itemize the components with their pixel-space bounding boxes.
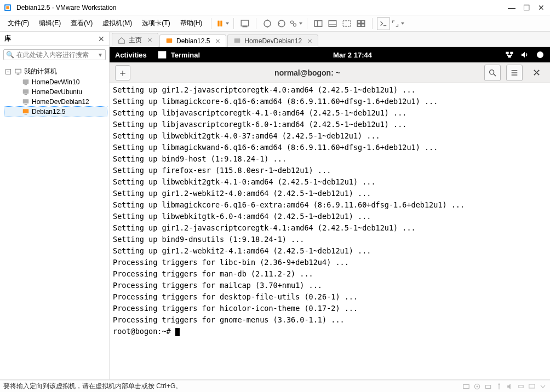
tree-item[interactable]: Debian12.5 bbox=[4, 107, 107, 117]
view-single-button[interactable] bbox=[312, 17, 325, 30]
svg-point-44 bbox=[490, 70, 494, 74]
tab-home[interactable]: 主页 ✕ bbox=[112, 33, 158, 47]
menu-bar: 文件(F) 编辑(E) 查看(V) 虚拟机(M) 选项卡(T) 帮助(H) bbox=[0, 15, 550, 32]
terminal-close-button[interactable]: ✕ bbox=[528, 65, 545, 81]
svg-rect-15 bbox=[343, 20, 351, 26]
svg-rect-13 bbox=[329, 20, 337, 26]
snapshot-revert-button[interactable] bbox=[275, 17, 288, 30]
view-multi-button[interactable] bbox=[326, 17, 339, 30]
tab-close-icon[interactable]: ✕ bbox=[307, 38, 312, 45]
activities-button[interactable]: Activities bbox=[115, 51, 147, 59]
tree-item[interactable]: HomeDevWin10 bbox=[4, 77, 107, 87]
svg-rect-2 bbox=[6, 6, 9, 9]
snapshot-manage-button[interactable] bbox=[289, 17, 302, 30]
terminal-line: Processing triggers for hicolor-icon-the… bbox=[113, 303, 547, 314]
svg-rect-55 bbox=[519, 385, 523, 388]
fullscreen-button[interactable] bbox=[391, 17, 404, 30]
cd-icon bbox=[473, 383, 481, 390]
status-bar: 要将输入定向到该虚拟机，请在虚拟机内部单击或按 Ctrl+G。 bbox=[0, 380, 550, 392]
menu-vm[interactable]: 虚拟机(M) bbox=[98, 17, 136, 30]
library-close-icon[interactable]: ✕ bbox=[98, 34, 105, 43]
more-icon bbox=[539, 383, 547, 390]
menu-edit[interactable]: 编辑(E) bbox=[35, 17, 65, 30]
vm-icon bbox=[22, 88, 30, 96]
svg-rect-24 bbox=[23, 79, 29, 84]
active-app[interactable]: Terminal bbox=[158, 50, 200, 59]
menu-tabs[interactable]: 选项卡(T) bbox=[138, 17, 174, 30]
tab-close-icon[interactable]: ✕ bbox=[215, 38, 220, 45]
svg-rect-18 bbox=[358, 24, 361, 26]
tab-vm[interactable]: HomeDevDebian12✕ bbox=[227, 34, 318, 47]
library-tree: − 我的计算机 HomeDevWin10HomeDevUbuntuHomeDev… bbox=[0, 64, 109, 119]
library-search-input[interactable] bbox=[16, 51, 99, 59]
tree-item[interactable]: HomeDevUbuntu bbox=[4, 87, 107, 97]
gnome-top-bar: Activities Terminal Mar 2 17:44 bbox=[110, 47, 550, 62]
device-tray[interactable] bbox=[462, 383, 547, 390]
terminal-line: Processing triggers for desktop-file-uti… bbox=[113, 291, 547, 303]
terminal-title: normal@bogon: ~ bbox=[136, 68, 479, 77]
svg-rect-26 bbox=[23, 89, 29, 94]
terminal-line: Processing triggers for man-db (2.11.2-2… bbox=[113, 268, 547, 280]
vm-icon bbox=[22, 108, 30, 116]
terminal-cursor bbox=[175, 328, 180, 336]
svg-point-54 bbox=[499, 383, 500, 384]
svg-rect-49 bbox=[463, 384, 469, 388]
minimize-button[interactable]: — bbox=[508, 3, 515, 12]
tab-vm[interactable]: Debian12.5✕ bbox=[159, 34, 226, 47]
library-title: 库 bbox=[4, 34, 11, 43]
tree-item-label: HomeDevWin10 bbox=[32, 78, 79, 86]
vm-icon bbox=[22, 78, 30, 86]
thumbnail-button[interactable] bbox=[354, 17, 368, 30]
terminal-search-button[interactable] bbox=[484, 65, 501, 81]
tree-item-label: Debian12.5 bbox=[32, 108, 65, 116]
search-icon: 🔍 bbox=[6, 51, 14, 59]
tree-root[interactable]: − 我的计算机 bbox=[4, 66, 107, 77]
svg-rect-3 bbox=[218, 21, 220, 26]
terminal-line: Processing triggers for gnome-menus (3.3… bbox=[113, 314, 547, 326]
terminal-line: Setting up firefox-esr (115.8.0esr-1~deb… bbox=[113, 165, 547, 176]
collapse-icon[interactable]: − bbox=[5, 69, 11, 74]
terminal-icon bbox=[158, 50, 167, 59]
tree-item-label: HomeDevUbuntu bbox=[32, 88, 82, 96]
terminal-line: Setting up libmagickcore-6.q16-6:amd64 (… bbox=[113, 96, 547, 107]
terminal-menu-button[interactable] bbox=[506, 65, 523, 81]
usb-icon bbox=[495, 383, 503, 390]
close-button[interactable]: ✕ bbox=[538, 3, 545, 12]
printer-icon bbox=[517, 383, 525, 390]
maximize-button[interactable]: ☐ bbox=[523, 3, 530, 12]
svg-rect-28 bbox=[23, 99, 29, 103]
svg-line-45 bbox=[494, 74, 496, 76]
dropdown-icon[interactable]: ▾ bbox=[99, 51, 102, 59]
snapshot-button[interactable] bbox=[238, 17, 251, 30]
terminal-line: Setting up libjavascriptcoregtk-4.1-0:am… bbox=[113, 107, 547, 119]
console-button[interactable] bbox=[377, 17, 390, 30]
nic-icon bbox=[484, 383, 492, 390]
svg-rect-5 bbox=[242, 20, 249, 26]
title-bar: Debian12.5 - VMware Workstation — ☐ ✕ bbox=[0, 0, 550, 15]
tab-close-icon[interactable]: ✕ bbox=[147, 37, 152, 44]
svg-rect-52 bbox=[485, 385, 490, 388]
svg-point-9 bbox=[291, 21, 294, 24]
terminal-output[interactable]: Setting up gir1.2-javascriptcoregtk-4.0:… bbox=[110, 83, 550, 379]
clock[interactable]: Mar 2 17:44 bbox=[200, 51, 505, 59]
home-icon bbox=[118, 37, 125, 44]
tree-item-label: HomeDevDebian12 bbox=[32, 98, 89, 106]
suspend-button[interactable] bbox=[216, 17, 229, 30]
library-search[interactable]: 🔍 ▾ bbox=[3, 49, 106, 60]
svg-rect-16 bbox=[358, 20, 361, 23]
terminal-line: Setting up libmagickwand-6.q16-6:amd64 (… bbox=[113, 142, 547, 153]
terminal-header-bar: ＋ normal@bogon: ~ ✕ bbox=[110, 62, 550, 83]
svg-rect-56 bbox=[529, 384, 535, 388]
menu-file[interactable]: 文件(F) bbox=[3, 17, 33, 30]
menu-help[interactable]: 帮助(H) bbox=[176, 17, 207, 30]
snapshot-take-button[interactable] bbox=[261, 17, 274, 30]
system-tray[interactable] bbox=[505, 50, 545, 59]
unity-button[interactable] bbox=[340, 17, 353, 30]
terminal-line: Setting up libwebkit2gtk-4.0-37:amd64 (2… bbox=[113, 130, 547, 142]
svg-rect-6 bbox=[243, 26, 248, 27]
tree-item[interactable]: HomeDevDebian12 bbox=[4, 97, 107, 107]
terminal-line: Processing triggers for mailcap (3.70+nm… bbox=[113, 280, 547, 291]
menu-view[interactable]: 查看(V) bbox=[66, 17, 97, 30]
volume-icon bbox=[520, 50, 529, 59]
new-tab-button[interactable]: ＋ bbox=[115, 65, 130, 80]
